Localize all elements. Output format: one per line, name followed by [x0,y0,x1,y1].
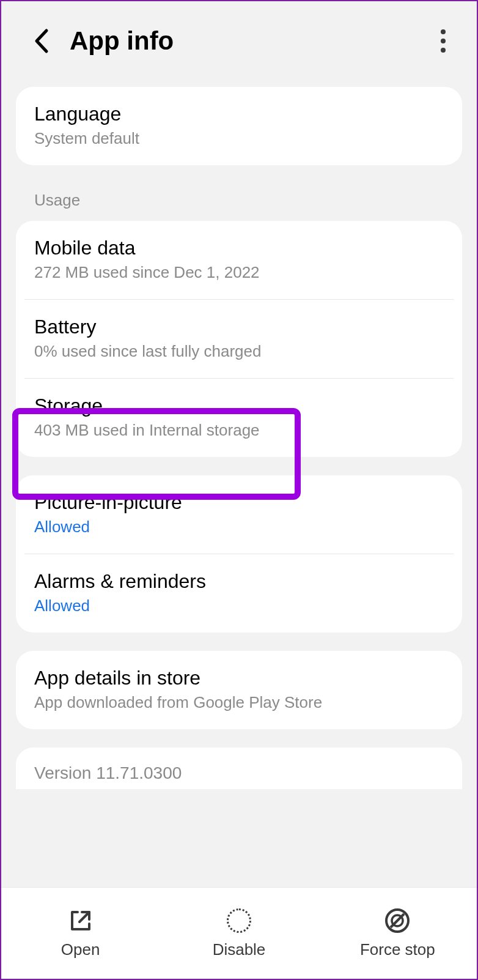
force-stop-button[interactable]: Force stop [318,907,477,959]
open-label: Open [61,940,100,959]
mobile-data-row[interactable]: Mobile data 272 MB used since Dec 1, 202… [16,221,462,299]
battery-sub: 0% used since last fully charged [34,342,444,361]
alarms-title: Alarms & reminders [34,570,444,593]
open-button[interactable]: Open [1,907,160,959]
more-vertical-icon [440,29,446,53]
permissions-card: Picture-in-picture Allowed Alarms & remi… [16,475,462,633]
version-text: Version 11.71.0300 [34,763,444,783]
usage-section-label: Usage [1,184,477,221]
storage-row[interactable]: Storage 403 MB used in Internal storage [16,379,462,457]
svg-point-1 [441,39,446,43]
battery-title: Battery [34,316,444,338]
open-icon [68,908,93,933]
store-row[interactable]: App details in store App downloaded from… [16,651,462,729]
disable-label: Disable [213,940,266,959]
store-card: App details in store App downloaded from… [16,651,462,729]
battery-row[interactable]: Battery 0% used since last fully charged [16,300,462,378]
language-sub: System default [34,129,444,148]
back-button[interactable] [26,26,56,56]
pip-row[interactable]: Picture-in-picture Allowed [16,475,462,554]
header: App info [1,1,477,87]
storage-title: Storage [34,395,444,417]
pip-title: Picture-in-picture [34,491,444,514]
storage-sub: 403 MB used in Internal storage [34,421,444,440]
store-sub: App downloaded from Google Play Store [34,693,444,712]
version-card: Version 11.71.0300 [16,748,462,789]
chevron-left-icon [33,28,49,54]
page-title: App info [70,26,428,56]
more-options-button[interactable] [428,26,458,56]
store-title: App details in store [34,667,444,689]
svg-point-0 [441,29,446,34]
force-stop-icon [384,908,410,934]
svg-line-3 [79,912,89,922]
mobile-data-sub: 272 MB used since Dec 1, 2022 [34,263,444,282]
disable-icon [227,908,251,933]
svg-point-2 [441,48,446,53]
force-stop-label: Force stop [360,940,435,959]
pip-sub: Allowed [34,518,444,536]
usage-card: Mobile data 272 MB used since Dec 1, 202… [16,221,462,457]
bottom-bar: Open Disable Force stop [1,887,477,979]
disable-button[interactable]: Disable [160,907,318,959]
language-card: Language System default [16,87,462,165]
alarms-sub: Allowed [34,596,444,615]
alarms-row[interactable]: Alarms & reminders Allowed [16,554,462,633]
mobile-data-title: Mobile data [34,237,444,259]
language-row[interactable]: Language System default [16,87,462,165]
language-title: Language [34,103,444,125]
